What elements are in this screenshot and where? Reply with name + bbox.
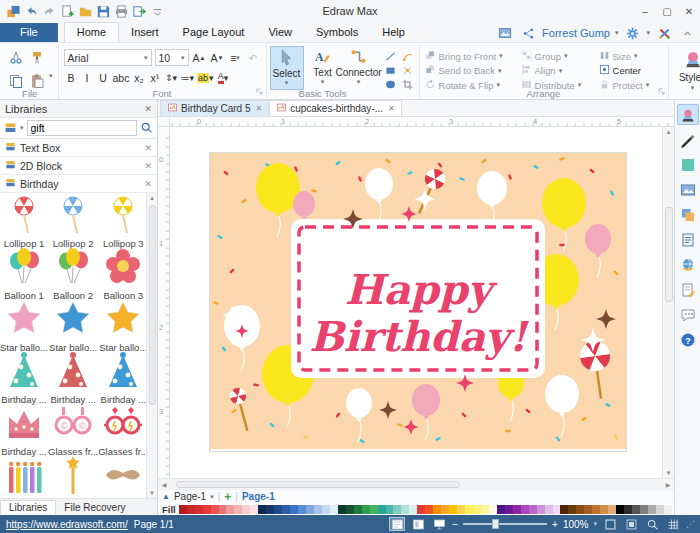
color-swatch[interactable] [640, 505, 648, 514]
color-swatch[interactable] [258, 505, 266, 514]
color-swatch[interactable] [393, 505, 401, 514]
color-swatch[interactable] [250, 505, 258, 514]
collapse-pages-icon[interactable]: ▲ [162, 492, 170, 501]
user-dropdown-caret[interactable]: ▾ [615, 29, 619, 37]
font-name-select[interactable]: Arial▾ [64, 49, 152, 66]
align-text-button[interactable]: ≡▾ [228, 50, 243, 66]
library-section-2d-block[interactable]: 2D Block✕ [0, 157, 157, 175]
open-file-icon[interactable] [76, 2, 94, 20]
close-section-icon[interactable]: ✕ [144, 161, 152, 171]
cut-icon[interactable] [7, 49, 24, 66]
picture-icon[interactable] [496, 24, 514, 42]
fit-page-icon[interactable] [623, 517, 639, 531]
resize-grip[interactable]: ⋰ [686, 519, 694, 529]
library-item[interactable]: Birthday ... [98, 351, 146, 403]
ribbon-tab-file[interactable]: File [0, 23, 58, 42]
color-swatch[interactable] [234, 505, 242, 514]
italic-button[interactable]: I [80, 70, 95, 86]
color-swatch[interactable] [648, 505, 656, 514]
highlight-button[interactable]: ab▾ [196, 70, 215, 86]
library-item[interactable]: Lollipop 2 [48, 195, 98, 247]
collapse-ribbon-icon[interactable] [678, 24, 696, 42]
close-button[interactable]: ✕ [678, 2, 700, 20]
font-dialog-launcher[interactable] [256, 86, 264, 98]
arrange-bring-to-front[interactable]: Bring to Front▾ [425, 49, 521, 64]
color-swatch[interactable] [409, 505, 417, 514]
color-swatch[interactable] [473, 505, 481, 514]
panel-tab-libraries[interactable]: Libraries [0, 500, 56, 514]
view-page-icon[interactable] [410, 517, 426, 531]
color-swatch[interactable] [568, 505, 576, 514]
color-swatch[interactable] [608, 505, 616, 514]
library-section-text-box[interactable]: Text Box✕ [0, 139, 157, 157]
ribbon-tab-page-layout[interactable]: Page Layout [171, 23, 257, 42]
zoom-out-button[interactable]: − [452, 519, 458, 530]
minimize-button[interactable]: – [634, 2, 656, 20]
library-item[interactable]: Birthday ... [0, 351, 48, 403]
library-item[interactable] [0, 455, 48, 498]
format-painter-icon[interactable] [28, 49, 45, 66]
color-swatch[interactable] [513, 505, 521, 514]
library-item[interactable] [98, 455, 146, 498]
color-swatch[interactable] [298, 505, 306, 514]
color-swatch[interactable] [457, 505, 465, 514]
color-swatch[interactable] [664, 505, 672, 514]
close-tab-icon[interactable]: ✕ [388, 104, 395, 113]
color-swatch[interactable] [584, 505, 592, 514]
color-swatch[interactable] [338, 505, 346, 514]
drawing-canvas[interactable]: HappyBirthday! [170, 127, 662, 478]
layers-icon[interactable] [677, 204, 699, 225]
zoom-area-icon[interactable] [644, 517, 660, 531]
zoom-level-label[interactable]: 100% [563, 519, 589, 530]
color-swatch[interactable] [314, 505, 322, 514]
paste-caret[interactable]: ▾ [49, 72, 53, 89]
user-account-button[interactable]: Forrest Gump [542, 27, 610, 39]
color-swatch[interactable] [386, 505, 394, 514]
arrange-align[interactable]: Align▾ [521, 64, 599, 79]
color-swatch[interactable] [465, 505, 473, 514]
library-item[interactable]: Lollipop 1 [0, 195, 48, 247]
arrange-size[interactable]: Size▾ [599, 49, 663, 64]
library-item[interactable]: Glasses fr... [98, 403, 146, 455]
library-item[interactable]: Star ballo... [98, 299, 146, 351]
shrink-font-button[interactable]: A▼ [210, 50, 225, 66]
library-item[interactable]: Star ballo... [48, 299, 98, 351]
zoom-caret[interactable]: ▾ [593, 520, 597, 528]
help-icon[interactable]: ? [677, 329, 699, 350]
new-file-icon[interactable] [58, 2, 76, 20]
arrange-center[interactable]: Center [599, 64, 663, 79]
color-swatch[interactable] [370, 505, 378, 514]
zoom-slider[interactable] [463, 523, 547, 525]
color-swatch[interactable] [576, 505, 584, 514]
library-icon[interactable] [4, 121, 17, 136]
color-swatch[interactable] [290, 505, 298, 514]
close-section-icon[interactable]: ✕ [144, 179, 152, 189]
undo-icon[interactable] [22, 2, 40, 20]
library-item[interactable] [48, 455, 98, 498]
color-swatch[interactable] [219, 505, 227, 514]
arrange-send-to-back[interactable]: Send to Back▾ [425, 64, 521, 79]
font-color-button[interactable]: A▾ [216, 70, 231, 86]
strikethrough-button[interactable]: abc [112, 70, 131, 86]
settings-dropdown-caret[interactable]: ▾ [646, 29, 650, 37]
search-icon[interactable] [140, 121, 153, 136]
ribbon-tab-view[interactable]: View [256, 23, 304, 42]
arrange-dialog-launcher[interactable] [658, 86, 666, 98]
canvas-hscrollbar[interactable]: ◀▶ [158, 478, 674, 489]
note-icon[interactable] [677, 229, 699, 250]
styles-button[interactable]: Styles▾ [672, 46, 700, 92]
library-item[interactable]: Balloon 1 [0, 247, 48, 299]
page-selector-caret[interactable]: ▾ [210, 493, 214, 501]
color-swatch[interactable] [505, 505, 513, 514]
color-swatch[interactable] [441, 505, 449, 514]
color-swatch[interactable] [616, 505, 624, 514]
theme-icon[interactable] [677, 104, 699, 125]
color-swatch[interactable] [179, 505, 187, 514]
grid-view-icon[interactable] [665, 517, 681, 531]
color-swatch[interactable] [266, 505, 274, 514]
select-tool-button[interactable]: Select▾ [270, 46, 304, 90]
color-swatch[interactable] [592, 505, 600, 514]
edrawsoft-link[interactable]: https://www.edrawsoft.com/ [6, 519, 128, 530]
color-swatch[interactable] [330, 505, 338, 514]
fit-window-icon[interactable] [602, 517, 618, 531]
